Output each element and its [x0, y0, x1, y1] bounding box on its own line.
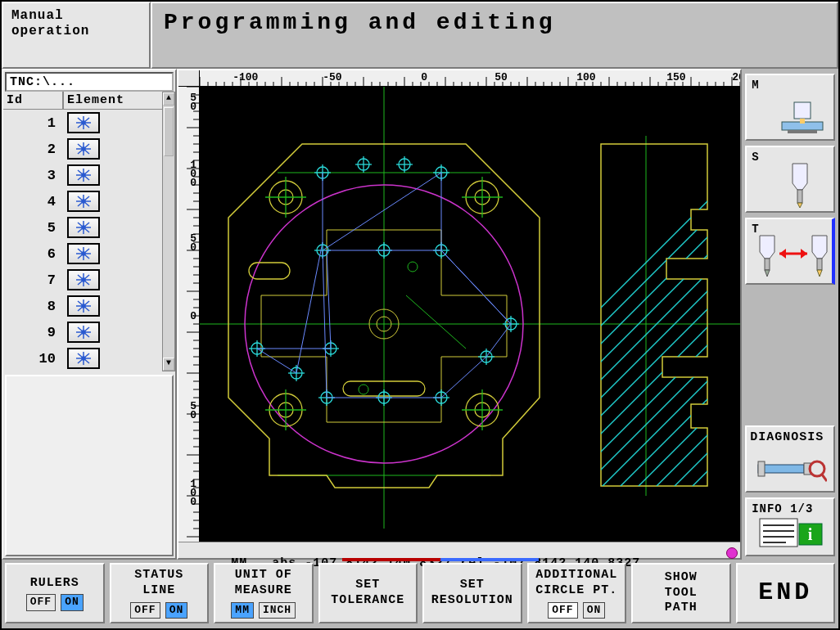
svg-point-19: [82, 200, 85, 203]
element-point-button[interactable]: [67, 348, 100, 369]
addl-off[interactable]: OFF: [548, 602, 577, 619]
rulers-off[interactable]: OFF: [26, 594, 56, 610]
list-item[interactable]: 5: [3, 214, 162, 241]
element-point-button[interactable]: [67, 322, 100, 343]
sidebar: TNC:\... Id Element 1 2 3 4: [2, 69, 177, 560]
ruler-vertical: 5 01 0 05 005 01 0 0: [178, 87, 200, 542]
softkey-rulers[interactable]: RULERS OFF ON: [5, 563, 105, 623]
addl-on[interactable]: ON: [583, 602, 606, 619]
svg-line-255: [486, 103, 740, 512]
list-item[interactable]: 1: [3, 110, 162, 136]
ruler-horizontal: -100-50050100150200: [200, 70, 740, 87]
sk2-l2: LINE: [142, 583, 175, 599]
softkey-unit-measure[interactable]: UNIT OF MEASURE MM INCH: [214, 563, 314, 623]
list-id: 10: [3, 351, 64, 367]
info-page-icon: i: [758, 517, 825, 550]
list-item[interactable]: 2: [3, 136, 162, 162]
list-item[interactable]: 10: [3, 345, 162, 371]
sk2-l1: STATUS: [134, 568, 183, 583]
s-spindle-button[interactable]: S: [745, 146, 835, 213]
list-id: 8: [3, 299, 64, 314]
svg-point-9: [82, 147, 85, 151]
svg-line-254: [468, 103, 740, 512]
svg-line-261: [594, 103, 740, 512]
status-segment-blue: [440, 558, 539, 561]
list-item[interactable]: 8: [3, 293, 162, 319]
scroll-thumb[interactable]: [164, 107, 174, 156]
sk4-l1: SET: [355, 578, 380, 593]
svg-line-249: [406, 295, 466, 349]
end-label: END: [758, 578, 812, 609]
svg-rect-292: [794, 102, 811, 119]
svg-line-264: [648, 103, 740, 512]
svg-point-24: [82, 226, 85, 229]
svg-rect-294: [797, 190, 802, 203]
list-item[interactable]: 4: [3, 188, 162, 214]
list-id: 7: [3, 272, 64, 288]
sk3-l2: MEASURE: [235, 583, 292, 599]
list-item[interactable]: 7: [3, 267, 162, 293]
svg-line-263: [630, 103, 740, 512]
svg-point-4: [82, 121, 85, 124]
mode-tab[interactable]: Manual operation: [2, 2, 151, 69]
softkey-show-tool-path[interactable]: SHOW TOOL PATH: [631, 563, 731, 623]
element-point-button[interactable]: [67, 164, 100, 186]
svg-point-14: [82, 173, 85, 177]
element-point-button[interactable]: [67, 217, 100, 238]
element-point-button[interactable]: [67, 269, 100, 290]
softkey-set-resolution[interactable]: SET RESOLUTION: [422, 563, 522, 623]
sidebar-scrollbar[interactable]: ▲ ▼: [162, 92, 175, 371]
m-function-button[interactable]: M: [745, 74, 835, 141]
m-label: M: [752, 79, 759, 92]
scroll-down-icon[interactable]: ▼: [163, 358, 174, 371]
t-tool-button[interactable]: T: [745, 218, 835, 285]
softkey-end[interactable]: END: [736, 563, 836, 623]
svg-rect-293: [800, 119, 805, 124]
softkey-set-tolerance[interactable]: SET TOLERANCE: [318, 563, 418, 623]
element-point-button[interactable]: [67, 243, 100, 264]
unit-mm[interactable]: MM: [231, 602, 254, 619]
element-point-button[interactable]: [67, 112, 100, 133]
element-point-button[interactable]: [67, 295, 100, 317]
list-item[interactable]: 3: [3, 162, 162, 188]
svg-line-252: [432, 103, 740, 512]
sk6-l1: ADDITIONAL: [535, 568, 617, 583]
svg-rect-299: [758, 461, 765, 476]
status-off[interactable]: OFF: [130, 602, 160, 619]
svg-line-269: [738, 103, 740, 512]
list-id: 1: [3, 115, 64, 131]
svg-line-265: [666, 103, 740, 512]
softkey-status-line[interactable]: STATUS LINE OFF ON: [110, 563, 210, 623]
list-item[interactable]: 9: [3, 319, 162, 345]
sk5-l1: SET: [460, 578, 485, 593]
element-point-button[interactable]: [67, 138, 100, 160]
graphics-viewport[interactable]: [200, 87, 740, 542]
unit-inch[interactable]: INCH: [259, 602, 296, 619]
svg-line-259: [558, 103, 740, 512]
svg-point-29: [82, 252, 85, 255]
sk6-l2: CIRCLE PT.: [535, 583, 617, 599]
svg-point-247: [408, 262, 418, 272]
list-item[interactable]: 6: [3, 241, 162, 267]
list-id: 5: [3, 220, 64, 236]
list-header-id: Id: [3, 92, 64, 109]
sk7-l1: SHOW: [665, 570, 698, 586]
info-button[interactable]: INFO 1/3 i: [745, 497, 835, 556]
element-point-button[interactable]: [67, 191, 100, 212]
mode-line-1: Manual: [11, 8, 141, 24]
scroll-up-icon[interactable]: ▲: [163, 92, 174, 106]
sk3-l1: UNIT OF: [235, 568, 292, 583]
list-id: 3: [3, 168, 64, 183]
sk7-l3: PATH: [665, 601, 698, 616]
svg-point-301: [810, 461, 824, 476]
rulers-on[interactable]: ON: [61, 594, 84, 610]
canvas-area: -100-50050100150200 5 01 0 05 005 01 0 0: [177, 69, 742, 560]
diagnosis-label: DIAGNOSIS: [750, 430, 824, 444]
status-on[interactable]: ON: [165, 602, 188, 619]
program-path[interactable]: TNC:\...: [5, 72, 174, 92]
softkey-additional-circle-pt[interactable]: ADDITIONAL CIRCLE PT. OFF ON: [527, 563, 627, 623]
svg-point-44: [82, 331, 85, 334]
list-id: 4: [3, 194, 64, 209]
svg-point-39: [82, 304, 85, 308]
diagnosis-button[interactable]: DIAGNOSIS: [745, 425, 835, 493]
